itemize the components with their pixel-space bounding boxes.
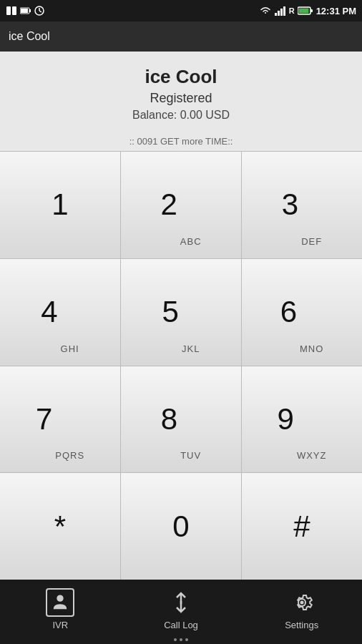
status-bar: R 12:31 PM — [0, 0, 362, 21]
key-hash-symbol: # — [293, 509, 310, 544]
key-5-number: 5 — [162, 297, 179, 327]
main-content: ice Cool Registered Balance: 0.00 USD ::… — [0, 52, 362, 580]
wifi-icon — [259, 6, 272, 16]
key-2-number: 2 — [160, 190, 177, 220]
time: 12:31 PM — [316, 6, 356, 16]
key-8[interactable]: 8 TUV — [121, 366, 242, 473]
dialpad-row-2: 4 GHI 5 JKL 6 MNO — [0, 259, 362, 366]
battery-small-icon — [20, 7, 31, 14]
settings-icon — [288, 588, 316, 617]
key-4-number: 4 — [41, 297, 57, 327]
key-5-letters: JKL — [182, 343, 200, 358]
key-1[interactable]: 1 — [0, 152, 121, 258]
dialpad-row-1: 1 2 ABC 3 DEF — [0, 152, 362, 259]
title-bar-text: ice Cool — [9, 30, 50, 43]
app-title: ice Cool — [145, 66, 217, 88]
clock-icon — [34, 6, 44, 16]
key-1-number: 1 — [52, 190, 68, 220]
svg-rect-14 — [310, 9, 313, 12]
key-7-letters: PQRS — [55, 450, 84, 465]
key-5[interactable]: 5 JKL — [121, 259, 242, 366]
calllog-label: Call Log — [164, 620, 198, 630]
nav-item-settings[interactable]: Settings — [241, 580, 362, 644]
key-2[interactable]: 2 ABC — [121, 152, 242, 258]
key-0-symbol: 0 — [172, 509, 189, 544]
nav-item-ivr[interactable]: IVR — [0, 580, 121, 644]
header-info: ice Cool Registered Balance: 0.00 USD — [0, 52, 362, 129]
dialpad: 1 2 ABC 3 DEF 4 GHI 5 JKL 6 MNO — [0, 151, 362, 580]
balance-text: Balance: 0.00 USD — [132, 109, 230, 122]
key-3[interactable]: 3 DEF — [242, 152, 362, 258]
key-8-letters: TUV — [180, 450, 201, 465]
svg-rect-4 — [29, 9, 31, 12]
ivr-label: IVR — [53, 620, 69, 630]
status-bar-right: R 12:31 PM — [259, 6, 356, 16]
dot-3 — [185, 638, 188, 641]
title-bar: ice Cool — [0, 21, 362, 52]
svg-rect-11 — [283, 6, 285, 16]
key-6[interactable]: 6 MNO — [242, 259, 362, 366]
dialpad-row-3: 7 PQRS 8 TUV 9 WXYZ — [0, 366, 362, 474]
person-icon — [50, 592, 70, 613]
dialpad-row-4: * 0 # — [0, 473, 362, 580]
svg-rect-0 — [6, 6, 11, 15]
key-4-letters: GHI — [61, 343, 79, 358]
key-star[interactable]: * — [0, 473, 121, 580]
key-hash[interactable]: # — [242, 473, 362, 580]
status-registered: Registered — [150, 91, 212, 106]
key-7-number: 7 — [36, 404, 52, 434]
settings-label: Settings — [285, 620, 318, 630]
status-bar-left — [6, 6, 44, 16]
key-3-number: 3 — [282, 190, 298, 220]
key-2-letters: ABC — [180, 236, 202, 251]
signal-icon — [275, 6, 286, 16]
nav-item-calllog[interactable]: Call Log — [121, 580, 242, 644]
svg-rect-8 — [275, 13, 277, 16]
key-9-letters: WXYZ — [297, 450, 327, 465]
sim-icon — [6, 6, 17, 16]
svg-rect-10 — [280, 9, 283, 16]
info-text: :: 0091 GET more TIME:: — [0, 129, 362, 151]
ivr-icon — [46, 588, 74, 617]
svg-point-15 — [57, 595, 64, 601]
network-type: R — [289, 6, 295, 15]
key-6-number: 6 — [280, 297, 297, 327]
key-4[interactable]: 4 GHI — [0, 259, 121, 366]
three-dots-menu[interactable] — [174, 638, 188, 641]
calllog-icon — [167, 588, 195, 617]
key-0[interactable]: 0 — [121, 473, 242, 580]
dot-1 — [174, 638, 177, 641]
svg-rect-13 — [298, 9, 308, 14]
key-star-symbol: * — [54, 509, 66, 544]
key-8-number: 8 — [161, 404, 177, 434]
key-3-letters: DEF — [301, 236, 322, 251]
svg-rect-9 — [278, 11, 280, 16]
svg-rect-3 — [21, 9, 28, 13]
battery-icon — [298, 6, 313, 15]
key-9[interactable]: 9 WXYZ — [242, 366, 362, 473]
key-6-letters: MNO — [300, 343, 323, 358]
key-9-number: 9 — [278, 404, 294, 434]
bottom-nav: IVR Call Log Settings — [0, 580, 362, 644]
svg-line-7 — [39, 11, 41, 12]
svg-point-19 — [300, 600, 303, 604]
key-7[interactable]: 7 PQRS — [0, 366, 121, 473]
dot-2 — [180, 638, 182, 641]
svg-rect-1 — [12, 6, 16, 15]
